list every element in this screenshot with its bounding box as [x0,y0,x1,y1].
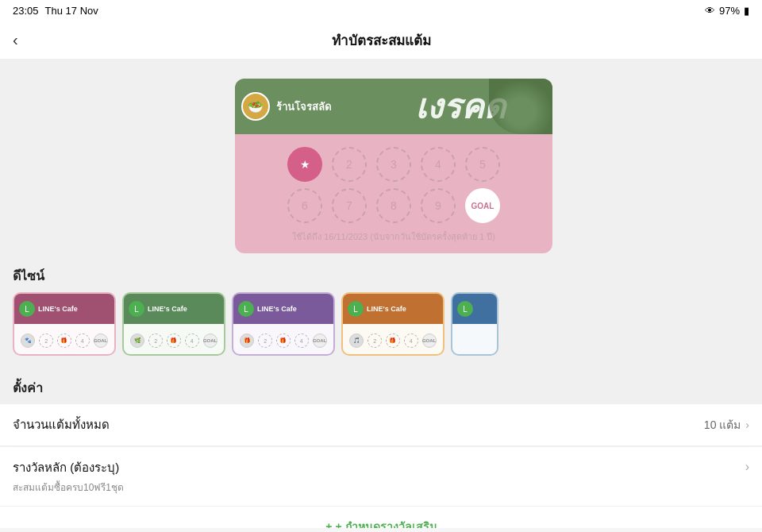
main-reward-row[interactable]: รางวัลหลัก (ต้องระบุ) สะสมแต้มซื้อครบ10ฟ… [0,447,762,507]
design-card-2-bottom: 🌿 2 🎁 4 GOAL [124,324,224,356]
design-card-5-bottom [452,324,497,356]
design-card-2-logo: L [129,301,144,317]
design-section-title: ดีไซน์ [0,253,762,292]
total-points-label: จำนวนแต้มทั้งหมด [13,415,110,434]
add-reward-button[interactable]: + + กำหนดรางวัลเสริม [0,507,762,528]
stamp-6: 6 [287,188,322,223]
stamp-card-preview: 🥗 ร้านโจรสลัด เงรคด ★ 2 3 4 5 6 7 8 9 [235,79,552,253]
total-points-value: 10 แต้ม [704,416,741,434]
stamp-2: 2 [332,147,367,182]
mini-stamp-p-goal: GOAL [313,333,327,348]
mini-stamp-goal: GOAL [94,333,108,348]
main-reward-sub: สะสมแต้มซื้อครบ10ฟรี1ชุด [13,480,124,495]
stamp-5: 5 [465,147,500,182]
mini-stamp-o2: 2 [368,333,382,348]
main-reward-content: รางวัลหลัก (ต้องระบุ) สะสมแต้มซื้อครบ10ฟ… [13,458,124,495]
back-button[interactable]: ‹ [13,31,18,49]
stamp-goal: GOAL [465,188,500,223]
stamp-7: 7 [332,188,367,223]
design-card-3-logo: L [238,301,254,317]
design-card-2-name: LINE's Cafe [148,305,187,313]
salad-decoration [489,79,552,134]
add-reward-plus-icon: + [325,520,332,528]
stamp-4: 4 [421,147,456,182]
total-points-value-group: 10 แต้ม › [704,416,749,434]
page-title: ทำบัตรสะสมแต้ม [332,29,431,51]
status-bar: 23:05 Thu 17 Nov 👁 97% ▮ [0,0,762,21]
nav-bar: ‹ ทำบัตรสะสมแต้ม [0,21,762,60]
mini-stamp-p2: 2 [258,333,272,348]
eye-icon: 👁 [705,5,715,17]
reward-chevron-icon: › [745,460,749,474]
mini-stamp-p3: 🎁 [276,333,291,348]
mini-stamp-g4: 4 [185,333,199,348]
mini-stamp-o1: 🎵 [349,333,364,348]
status-date: Thu 17 Nov [45,5,98,17]
mini-stamp-3: 🎁 [57,333,71,348]
mini-stamp-o4: 4 [404,333,418,348]
main-content: 🥗 ร้านโจรสลัด เงรคด ★ 2 3 4 5 6 7 8 9 [0,60,762,528]
design-card-3-top: L LINE's Cafe [233,294,333,324]
stamp-3: 3 [376,147,411,182]
design-card-3[interactable]: L LINE's Cafe 🎁 2 🎁 4 GOAL [232,292,335,356]
mini-stamp-p1: 🎁 [240,333,254,348]
design-card-5[interactable]: L [451,292,498,356]
store-logo: 🥗 [241,92,270,121]
design-card-1[interactable]: L LINE's Cafe 🐾 2 🎁 4 GOAL [13,292,116,356]
design-card-3-bottom: 🎁 2 🎁 4 GOAL [233,324,333,356]
design-card-2-top: L LINE's Cafe [124,294,224,324]
design-card-1-logo: L [19,301,35,317]
main-reward-title: รางวัลหลัก (ต้องระบุ) [13,458,124,477]
chevron-right-icon: › [745,418,749,431]
design-card-4[interactable]: L LINE's Cafe 🎵 2 🎁 4 GOAL [341,292,444,356]
mini-stamp-p4: 4 [294,333,309,348]
mini-stamp-2: 2 [39,333,53,348]
mini-stamp-o-goal: GOAL [422,333,437,348]
design-card-1-top: L LINE's Cafe [14,294,114,324]
design-card-5-logo: L [457,301,473,317]
stamp-1: ★ [287,147,322,182]
mini-stamp-4: 4 [75,333,90,348]
settings-section-title: ตั้งค่า [0,365,762,404]
stamp-row-1: ★ 2 3 4 5 [251,147,537,182]
design-card-4-top: L LINE's Cafe [343,294,443,324]
design-card-5-top: L [452,294,497,324]
design-card-4-logo: L [348,301,364,317]
stamp-row-2: 6 7 8 9 GOAL [251,188,537,223]
design-card-1-name: LINE's Cafe [38,305,78,313]
design-card-2[interactable]: L LINE's Cafe 🌿 2 🎁 4 GOAL [122,292,225,356]
mini-stamp-1: 🐾 [21,333,35,348]
stamp-9: 9 [421,188,456,223]
stamp-8: 8 [376,188,411,223]
mini-stamp-g-goal: GOAL [203,333,217,348]
design-card-3-name: LINE's Cafe [257,305,297,313]
card-header: 🥗 ร้านโจรสลัด เงรคด [235,79,552,134]
battery-percent: 97% [719,5,740,17]
mini-stamp-g2: 2 [148,333,163,348]
design-card-4-bottom: 🎵 2 🎁 4 GOAL [343,324,443,356]
stamp-grid: ★ 2 3 4 5 6 7 8 9 GOAL [235,134,552,229]
status-time-date: 23:05 Thu 17 Nov [13,5,98,17]
mini-stamp-g1: 🌿 [130,333,144,348]
add-reward-label: + กำหนดรางวัลเสริม [336,518,437,528]
mini-stamp-g3: 🎁 [167,333,181,348]
status-time: 23:05 [13,5,39,17]
design-scroll[interactable]: L LINE's Cafe 🐾 2 🎁 4 GOAL L LINE's Cafe… [0,292,762,365]
design-card-1-bottom: 🐾 2 🎁 4 GOAL [14,324,114,356]
store-name: ร้านโจรสลัด [276,98,331,115]
total-points-row[interactable]: จำนวนแต้มทั้งหมด 10 แต้ม › [0,404,762,446]
mini-stamp-o3: 🎁 [386,333,400,348]
expiry-text: ใช้ได้ถึง 16/11/2023 (นับจากวันใช้บัตรคร… [235,229,552,253]
design-card-4-name: LINE's Cafe [367,305,406,313]
battery-icon: ▮ [744,5,749,17]
status-indicators: 👁 97% ▮ [705,5,749,17]
